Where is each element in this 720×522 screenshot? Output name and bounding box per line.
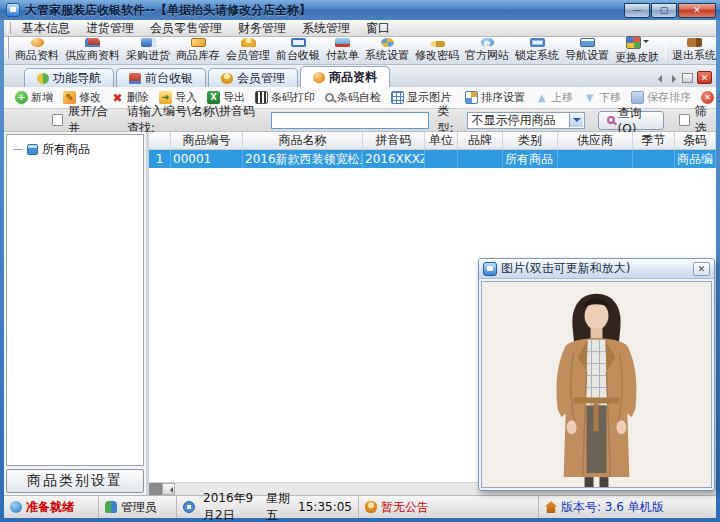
search-icon: [607, 116, 614, 124]
menu-purchase-mgmt[interactable]: 进货管理: [78, 19, 142, 38]
maximize-button[interactable]: ▢: [651, 3, 677, 18]
tree-branch-line: [13, 149, 23, 150]
col-header-brand[interactable]: 品牌: [458, 132, 503, 149]
col-header-barcode[interactable]: 条码: [675, 132, 716, 149]
announcement-icon: [365, 501, 377, 513]
tab-label: 前台收银: [145, 70, 193, 87]
toolbar-exit-system[interactable]: 退出系统: [669, 37, 719, 64]
col-header-pinyin[interactable]: 拼音码: [363, 132, 425, 149]
sort-settings-button[interactable]: 排序设置: [460, 88, 530, 107]
inventory-box-icon: [191, 38, 206, 47]
status-weekday: 星期五: [266, 490, 290, 522]
status-date: 2016年9月2日: [203, 490, 258, 522]
toolbar-label: 供应商资料: [65, 48, 120, 63]
tree-node-label: 所有商品: [42, 141, 90, 158]
cell-supplier: [558, 150, 633, 168]
home-icon: [545, 501, 557, 513]
toolbar-lock-system[interactable]: 锁定系统: [512, 37, 562, 64]
close-button[interactable]: ✕: [678, 3, 716, 18]
col-header-supplier[interactable]: 供应商: [558, 132, 633, 149]
menu-window[interactable]: 窗口: [358, 19, 398, 38]
col-header-category[interactable]: 类别: [503, 132, 558, 149]
toolbar-label: 官方网站: [465, 48, 509, 63]
user-icon: [105, 501, 117, 513]
move-up-icon: [535, 91, 548, 104]
cell-season: [633, 150, 675, 168]
image-popup-titlebar[interactable]: 图片(双击可更新和放大) ✕: [479, 259, 714, 279]
toolbar-label: 商品库存: [176, 48, 220, 63]
status-user-text: 管理员: [121, 499, 157, 516]
query-button[interactable]: 查询(Q): [598, 111, 664, 130]
tab-member-mgmt[interactable]: 会员管理: [208, 68, 298, 87]
tab-label: 功能导航: [53, 70, 101, 87]
menu-member-retail-mgmt[interactable]: 会员零售管理: [142, 19, 230, 38]
title-bar: 大管家服装店收银软件--【单据抬头请修改分店全称】 — ▢ ✕: [0, 0, 720, 20]
toolbar-payment[interactable]: 付款单: [323, 37, 362, 64]
category-settings-button[interactable]: 商品类别设置: [6, 469, 144, 493]
dropdown-arrow-icon[interactable]: [569, 114, 583, 127]
search-input[interactable]: [271, 112, 429, 129]
toolbar-grip[interactable]: [7, 37, 9, 59]
col-header-name[interactable]: 商品名称: [243, 132, 363, 149]
main-toolbar: 商品资料 供应商资料 采购进货 商品库存 会员管理 前台收银 付款单 系统设置: [4, 37, 716, 65]
toolbar-label: 导航设置: [565, 48, 609, 63]
scrollbar-thumb[interactable]: [149, 483, 162, 495]
tab-product-info[interactable]: 商品资料: [300, 66, 390, 87]
tree-node-all-products[interactable]: 所有商品: [7, 135, 143, 160]
col-header-season[interactable]: 季节: [633, 132, 675, 149]
action-label: 排序设置: [481, 90, 525, 105]
toolbar-supplier-info[interactable]: 供应商资料: [62, 37, 123, 64]
toolbar-change-skin[interactable]: 更换皮肤: [612, 37, 662, 64]
scroll-left-arrow-icon[interactable]: [162, 483, 175, 495]
status-ready-icon: [10, 501, 22, 513]
move-up-button[interactable]: 上移: [530, 88, 578, 107]
barcode-check-magnifier-icon: [325, 93, 334, 102]
expand-merge-checkbox[interactable]: [52, 114, 63, 126]
toolbar-member-mgmt[interactable]: 会员管理: [223, 37, 273, 64]
suppliers-icon: [85, 38, 100, 47]
toolbar-separator: [665, 40, 666, 61]
category-tree[interactable]: 所有商品: [6, 134, 144, 466]
image-popup-close-icon[interactable]: ✕: [693, 262, 710, 276]
product-tab-icon: [313, 72, 325, 83]
toolbar-label: 更换皮肤: [615, 50, 659, 65]
tab-scroll-right-icon[interactable]: [668, 73, 678, 83]
barcode-check-button[interactable]: 条码自检: [320, 88, 386, 107]
tab-scroll-left-icon[interactable]: [654, 73, 664, 83]
toolbar-change-password[interactable]: 修改密码: [412, 37, 462, 64]
menu-basic-info[interactable]: 基本信息: [14, 19, 78, 38]
payment-icon: [335, 38, 350, 47]
menu-finance-mgmt[interactable]: 财务管理: [230, 19, 294, 38]
tab-strip: 功能导航 前台收银 会员管理 商品资料 ✕: [4, 65, 716, 87]
type-dropdown[interactable]: 不显示停用商品: [467, 112, 585, 129]
toolbar-purchase[interactable]: 采购进货: [123, 37, 173, 64]
menubar-grip[interactable]: [7, 22, 11, 35]
toolbar-inventory[interactable]: 商品库存: [173, 37, 223, 64]
product-photo[interactable]: [481, 281, 712, 488]
col-header-rownum[interactable]: [149, 132, 171, 149]
col-header-code[interactable]: 商品编号: [171, 132, 243, 149]
minimize-button[interactable]: —: [624, 3, 650, 18]
tab-close-icon[interactable]: ✕: [697, 71, 712, 84]
table-row-selected[interactable]: 1 00001 2016新款西装领宽松显瘦系带中长 2016XKXZLKSX 所…: [149, 150, 716, 168]
cell-pinyin: 2016XKXZLKSX: [363, 150, 425, 168]
menu-system-mgmt[interactable]: 系统管理: [294, 19, 358, 38]
settings-gear-icon: [381, 38, 394, 47]
tab-list-icon[interactable]: [682, 73, 693, 83]
filter-checkbox[interactable]: [679, 114, 690, 126]
toolbar-official-website[interactable]: 官方网站: [462, 37, 512, 64]
tab-cashier[interactable]: 前台收银: [116, 68, 206, 87]
product-ball-icon: [31, 38, 44, 47]
toolbar-label: 前台收银: [276, 48, 320, 63]
toolbar-cashier[interactable]: 前台收银: [273, 37, 323, 64]
col-header-unit[interactable]: 单位: [425, 132, 458, 149]
table-header-row: 商品编号 商品名称 拼音码 单位 品牌 类别 供应商 季节 条码: [149, 132, 716, 150]
add-button[interactable]: 新增: [10, 88, 58, 107]
save-disk-icon: [631, 91, 644, 104]
tab-function-nav[interactable]: 功能导航: [24, 68, 114, 87]
toolbar-label: 会员管理: [226, 48, 270, 63]
toolbar-product-info[interactable]: 商品资料: [12, 37, 62, 64]
toolbar-system-settings[interactable]: 系统设置: [362, 37, 412, 64]
status-ready-text: 准备就绪: [26, 499, 74, 516]
toolbar-nav-settings[interactable]: 导航设置: [562, 37, 612, 64]
